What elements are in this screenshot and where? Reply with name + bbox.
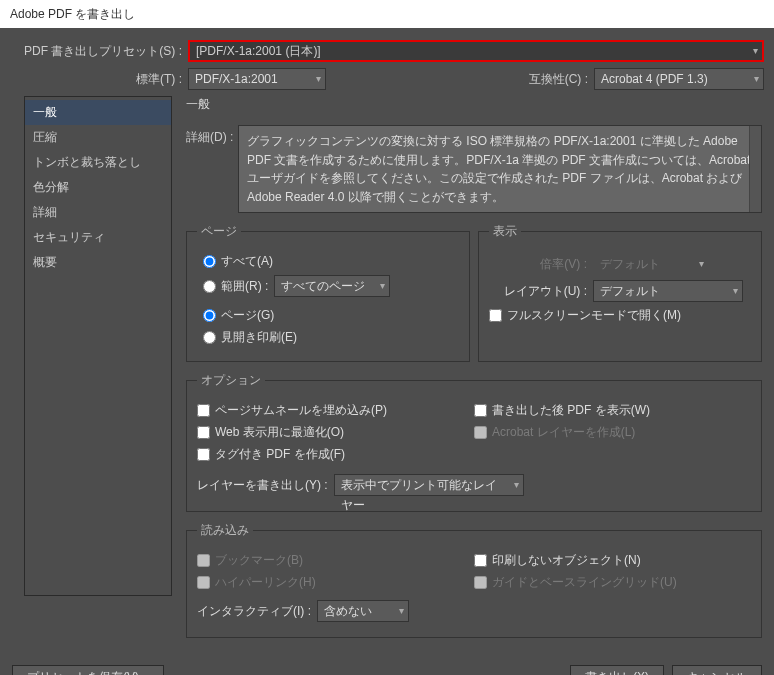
layout-dropdown[interactable]: デフォルト (593, 280, 743, 302)
layers-dropdown[interactable]: 表示中でプリント可能なレイヤー (334, 474, 524, 496)
layout-label: レイアウト(U) : (489, 283, 587, 300)
radio-all[interactable] (203, 255, 216, 268)
check-web[interactable] (197, 426, 210, 439)
standard-value: PDF/X-1a:2001 (195, 72, 278, 86)
zoom-value: デフォルト (600, 257, 660, 271)
sidebar-item-security[interactable]: セキュリティ (25, 225, 171, 250)
interactive-value: 含めない (324, 604, 372, 618)
save-preset-button[interactable]: プリセットを保存(V)... (12, 665, 164, 675)
compat-dropdown[interactable]: Acrobat 4 (PDF 1.3) (594, 68, 764, 90)
sidebar-item-advanced[interactable]: 詳細 (25, 200, 171, 225)
interactive-label: インタラクティブ(I) : (197, 603, 311, 620)
include-fieldset: 読み込み ブックマーク(B) ハイパーリンク(H) 印刷しないオブジェクト(N)… (186, 522, 762, 638)
compat-value: Acrobat 4 (PDF 1.3) (601, 72, 708, 86)
layers-value: 表示中でプリント可能なレイヤー (341, 478, 497, 512)
preset-value: [PDF/X-1a:2001 (日本)] (196, 44, 321, 58)
check-guides (474, 576, 487, 589)
radio-range[interactable] (203, 280, 216, 293)
zoom-label: 倍率(V) : (489, 256, 587, 273)
layout-value: デフォルト (600, 284, 660, 298)
preset-label: PDF 書き出しプリセット(S) : (10, 43, 188, 60)
window-titlebar: Adobe PDF を書き出し (0, 0, 774, 28)
check-fullscreen[interactable] (489, 309, 502, 322)
view-fieldset: 表示 倍率(V) : デフォルト レイアウト(U) : デフォルト (478, 223, 762, 362)
interactive-dropdown[interactable]: 含めない (317, 600, 409, 622)
detail-scrollbar[interactable] (749, 126, 761, 212)
check-bookmark (197, 554, 210, 567)
radio-spread-label: 見開き印刷(E) (221, 329, 297, 346)
options-legend: オプション (197, 372, 265, 389)
preset-dropdown[interactable]: [PDF/X-1a:2001 (日本)] (188, 40, 764, 62)
standard-dropdown[interactable]: PDF/X-1a:2001 (188, 68, 326, 90)
sidebar-item-output[interactable]: 色分解 (25, 175, 171, 200)
window-title: Adobe PDF を書き出し (10, 7, 135, 21)
check-hyper (197, 576, 210, 589)
panel-title: 一般 (186, 96, 762, 113)
sidebar-item-general[interactable]: 一般 (25, 100, 171, 125)
standard-label: 標準(T) : (10, 71, 188, 88)
radio-page[interactable] (203, 309, 216, 322)
include-legend: 読み込み (197, 522, 253, 539)
detail-text: グラフィックコンテンツの変換に対する ISO 標準規格の PDF/X-1a:20… (247, 134, 750, 204)
sidebar-item-summary[interactable]: 概要 (25, 250, 171, 275)
sidebar-item-marks[interactable]: トンボと裁ち落とし (25, 150, 171, 175)
cancel-button[interactable]: キャンセル (672, 665, 762, 675)
options-fieldset: オプション ページサムネールを埋め込み(P) Web 表示用に最適化(O) タグ… (186, 372, 762, 512)
check-show-after[interactable] (474, 404, 487, 417)
zoom-dropdown: デフォルト (593, 253, 709, 275)
detail-label: 詳細(D) : (186, 125, 238, 146)
export-button[interactable]: 書き出し(X) (570, 665, 664, 675)
detail-textarea[interactable]: グラフィックコンテンツの変換に対する ISO 標準規格の PDF/X-1a:20… (238, 125, 762, 213)
category-sidebar: 一般 圧縮 トンボと裁ち落とし 色分解 詳細 セキュリティ 概要 (24, 96, 172, 596)
check-tagged[interactable] (197, 448, 210, 461)
pages-fieldset: ページ すべて(A) 範囲(R) : すべてのページ ページ (186, 223, 470, 362)
layers-label: レイヤーを書き出し(Y) : (197, 477, 328, 494)
pages-legend: ページ (197, 223, 241, 240)
check-thumb[interactable] (197, 404, 210, 417)
check-fullscreen-label: フルスクリーンモードで開く(M) (507, 307, 681, 324)
radio-all-label: すべて(A) (221, 253, 273, 270)
range-value: すべてのページ (281, 279, 365, 293)
radio-page-label: ページ(G) (221, 307, 274, 324)
radio-spread[interactable] (203, 331, 216, 344)
sidebar-item-compression[interactable]: 圧縮 (25, 125, 171, 150)
compat-label: 互換性(C) : (529, 71, 588, 88)
check-nonprint[interactable] (474, 554, 487, 567)
range-dropdown[interactable]: すべてのページ (274, 275, 390, 297)
radio-range-label: 範囲(R) : (221, 278, 268, 295)
view-legend: 表示 (489, 223, 521, 240)
check-acro-layer (474, 426, 487, 439)
